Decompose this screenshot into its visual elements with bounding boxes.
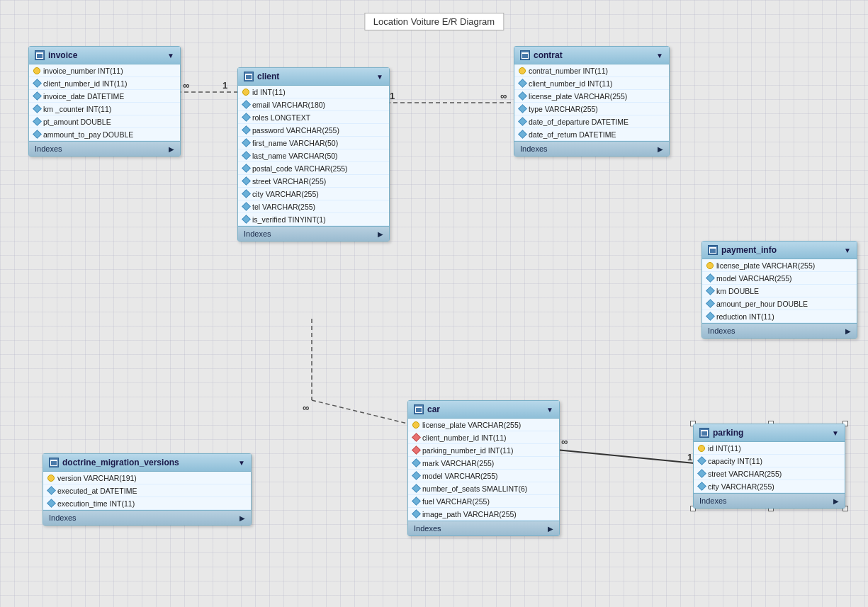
car-dropdown[interactable]: ▼ (546, 406, 553, 414)
diamond-icon (519, 93, 526, 100)
payment-info-field-2: km DOUBLE (702, 285, 857, 297)
client-field-9-text: tel VARCHAR(255) (252, 203, 315, 211)
key-icon (706, 262, 714, 269)
parking-footer[interactable]: Indexes ▶ (694, 493, 845, 508)
car-footer[interactable]: Indexes ▶ (408, 521, 559, 535)
client-cardinality-one: 1 (390, 91, 395, 101)
invoice-title: invoice (48, 50, 77, 60)
doctrine-header[interactable]: doctrine_migration_versions ▼ (43, 454, 251, 472)
payment-info-footer-arrow[interactable]: ▶ (845, 327, 851, 335)
doctrine-dropdown[interactable]: ▼ (238, 459, 245, 467)
key-icon (47, 475, 55, 482)
doctrine-body: version VARCHAR(191) executed_at DATETIM… (43, 472, 251, 510)
parking-dropdown[interactable]: ▼ (832, 429, 839, 437)
parking-table-container: parking ▼ id INT(11) capacity INT(11) st… (693, 424, 845, 509)
diamond-icon (698, 470, 705, 477)
car-field-6: fuel VARCHAR(255) (408, 495, 559, 508)
invoice-body: invoice_number INT(11) client_number_id … (29, 64, 180, 141)
client-field-8: city VARCHAR(255) (238, 188, 389, 200)
client-field-0: id INT(11) (238, 86, 389, 98)
diamond-icon (412, 485, 419, 492)
invoice-footer[interactable]: Indexes ▶ (29, 141, 180, 156)
car-field-1: client_number_id INT(11) (408, 431, 559, 444)
doctrine-footer-arrow[interactable]: ▶ (239, 514, 245, 522)
invoice-footer-arrow[interactable]: ▶ (169, 145, 174, 153)
payment-info-field-4-text: reduction INT(11) (716, 312, 774, 321)
contrat-field-3: type VARCHAR(255) (514, 103, 669, 115)
doctrine-footer[interactable]: Indexes ▶ (43, 510, 251, 525)
invoice-field-1: client_number_id INT(11) (29, 77, 180, 90)
key-icon (242, 89, 249, 96)
diamond-icon (706, 275, 714, 282)
invoice-cardinality-one: 1 (222, 80, 227, 91)
car-parking-infinity: ∞ (561, 436, 568, 447)
client-title: client (257, 72, 279, 81)
parking-footer-arrow[interactable]: ▶ (833, 497, 839, 505)
diamond-icon (412, 511, 419, 518)
invoice-header[interactable]: invoice ▼ (29, 47, 180, 64)
diamond-icon (519, 80, 526, 87)
client-field-6-text: postal_code VARCHAR(255) (252, 164, 348, 173)
client-field-8-text: city VARCHAR(255) (252, 190, 319, 198)
diamond-icon (242, 178, 249, 185)
client-header[interactable]: client ▼ (238, 68, 389, 86)
client-footer[interactable]: Indexes ▶ (238, 226, 389, 241)
invoice-field-5-text: ammount_to_pay DOUBLE (43, 130, 133, 139)
contrat-footer[interactable]: Indexes ▶ (514, 141, 669, 156)
diamond-icon (242, 191, 249, 198)
key-icon (33, 67, 40, 74)
doctrine-title: doctrine_migration_versions (62, 458, 179, 467)
diamond-icon (242, 152, 249, 159)
parking-header[interactable]: parking ▼ (694, 424, 845, 442)
client-field-7: street VARCHAR(255) (238, 175, 389, 188)
car-field-4: model VARCHAR(255) (408, 470, 559, 482)
client-dropdown[interactable]: ▼ (376, 73, 383, 81)
payment-info-field-1-text: model VARCHAR(255) (716, 274, 792, 283)
contrat-indexes-label: Indexes (520, 144, 548, 153)
invoice-field-3: km _counter INT(11) (29, 103, 180, 115)
parking-field-1: capacity INT(11) (694, 455, 845, 467)
client-field-5-text: last_name VARCHAR(50) (252, 152, 338, 160)
payment-info-dropdown[interactable]: ▼ (844, 246, 851, 254)
payment-info-indexes-label: Indexes (708, 327, 735, 335)
payment-info-field-0: license_plate VARCHAR(255) (702, 259, 857, 272)
client-field-1-text: email VARCHAR(180) (252, 101, 325, 109)
payment-info-footer[interactable]: Indexes ▶ (702, 323, 857, 338)
client-body: id INT(11) email VARCHAR(180) roles LONG… (238, 86, 389, 226)
client-field-0-text: id INT(11) (252, 88, 286, 96)
diamond-icon (47, 500, 55, 507)
key-icon (519, 67, 526, 74)
contrat-field-2: license_plate VARCHAR(255) (514, 90, 669, 103)
car-footer-arrow[interactable]: ▶ (548, 525, 553, 533)
invoice-field-0: invoice_number INT(11) (29, 64, 180, 77)
car-field-5: number_of_seats SMALLINT(6) (408, 482, 559, 495)
car-header[interactable]: car ▼ (408, 401, 559, 419)
diamond-icon (242, 216, 249, 223)
invoice-field-2: invoice_date DATETIME (29, 90, 180, 103)
contrat-dropdown[interactable]: ▼ (656, 52, 663, 59)
car-field-6-text: fuel VARCHAR(255) (422, 497, 490, 506)
contrat-title: contrat (534, 50, 563, 60)
client-footer-arrow[interactable]: ▶ (378, 230, 383, 238)
client-table-icon (244, 72, 254, 81)
parking-field-1-text: capacity INT(11) (708, 457, 762, 465)
invoice-dropdown[interactable]: ▼ (167, 52, 174, 59)
diamond-icon (33, 106, 40, 113)
diamond-icon (33, 118, 40, 125)
contrat-footer-arrow[interactable]: ▶ (658, 145, 663, 153)
parking-field-3-text: city VARCHAR(255) (708, 482, 774, 491)
client-car-line2 (312, 400, 407, 424)
diamond-icon (706, 300, 714, 307)
parking-field-2: street VARCHAR(255) (694, 467, 845, 480)
diamond-icon (519, 118, 526, 125)
contrat-field-0: contrat_number INT(11) (514, 64, 669, 77)
doctrine-field-1-text: executed_at DATETIME (57, 487, 137, 495)
contrat-cardinality-infinity: ∞ (500, 91, 507, 101)
client-field-6: postal_code VARCHAR(255) (238, 162, 389, 175)
diamond-icon (242, 114, 249, 121)
car-field-2-text: parking_number_id INT(11) (422, 446, 513, 455)
payment-info-table-icon (708, 245, 718, 255)
diamond-icon (33, 131, 40, 138)
payment-info-header[interactable]: payment_info ▼ (702, 242, 857, 259)
contrat-header[interactable]: contrat ▼ (514, 47, 669, 64)
